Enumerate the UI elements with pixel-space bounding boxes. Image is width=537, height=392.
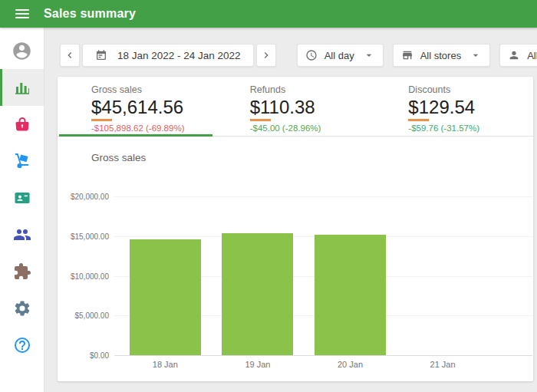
- person-icon: [508, 49, 520, 61]
- app-header: Sales summary: [0, 0, 537, 28]
- metric-label: Refunds: [250, 84, 375, 95]
- bar-19-jan: [222, 233, 293, 355]
- metric-delta: -$105,898.62 (-69.89%): [91, 124, 216, 133]
- sidebar-item-account[interactable]: [0, 32, 44, 69]
- sales-summary-card: Gross sales $45,614.56 -$105,898.62 (-69…: [58, 77, 533, 381]
- accent-underline: [408, 119, 429, 121]
- metric-delta: -$59.76 (-31.57%): [408, 124, 533, 133]
- sidebar-item-inventory[interactable]: [0, 143, 44, 180]
- gridline: [114, 196, 532, 197]
- x-tick-label: 21 Jan: [397, 360, 489, 369]
- chevron-right-icon: [260, 49, 272, 61]
- sidebar: [0, 28, 44, 392]
- settings-icon: [13, 299, 31, 318]
- y-tick-label: $5,000.00: [75, 311, 110, 320]
- store-filter-dropdown[interactable]: All stores: [393, 44, 490, 67]
- x-tick-label: 20 Jan: [304, 360, 397, 369]
- sidebar-item-items[interactable]: [0, 106, 44, 143]
- previous-period-button[interactable]: [60, 44, 80, 67]
- metric-delta: -$45.00 (-28.96%): [250, 124, 375, 133]
- metric-value: $129.54: [408, 97, 533, 117]
- y-tick-label: $20,000.00: [71, 193, 109, 201]
- y-tick-label: $15,000.00: [71, 232, 109, 241]
- inventory-icon: [13, 152, 31, 170]
- reports-icon: [13, 78, 31, 97]
- date-range-button[interactable]: 18 Jan 2022 - 24 Jan 2022: [82, 44, 254, 67]
- sidebar-item-employees[interactable]: [0, 216, 44, 253]
- apps-icon: [13, 262, 31, 281]
- bar-20-jan: [315, 235, 386, 355]
- x-tick-label: 18 Jan: [119, 360, 212, 369]
- hamburger-icon: [15, 9, 29, 18]
- sidebar-item-reports[interactable]: [0, 69, 44, 106]
- x-tick-label: 19 Jan: [212, 360, 305, 369]
- time-filter-dropdown[interactable]: All day: [297, 44, 384, 67]
- caret-down-icon: [363, 49, 375, 61]
- sidebar-item-help[interactable]: [0, 327, 44, 364]
- main-content: 18 Jan 2022 - 24 Jan 2022 All day All st…: [44, 28, 537, 392]
- metric-value: $45,614.56: [91, 97, 216, 117]
- bar-18-jan: [130, 239, 201, 355]
- caret-down-icon: [469, 49, 482, 61]
- metric-label: Gross sales: [91, 84, 216, 95]
- tab-discounts[interactable]: Discounts $129.54 -$59.76 (-31.57%): [374, 77, 533, 136]
- date-range-label: 18 Jan 2022 - 24 Jan 2022: [117, 50, 241, 61]
- calendar-icon: [95, 49, 107, 61]
- filter-bar: 18 Jan 2022 - 24 Jan 2022 All day All st…: [44, 28, 537, 67]
- sidebar-item-settings[interactable]: [0, 290, 44, 327]
- metric-tabs: Gross sales $45,614.56 -$105,898.62 (-69…: [58, 77, 533, 137]
- accent-underline: [250, 119, 271, 121]
- tab-refunds[interactable]: Refunds $110.38 -$45.00 (-28.96%): [216, 77, 375, 136]
- accent-underline: [91, 119, 112, 121]
- items-icon: [13, 115, 31, 133]
- next-period-button[interactable]: [256, 44, 276, 67]
- employee-filter-dropdown[interactable]: All employees: [499, 44, 537, 67]
- bar-plot: [119, 196, 525, 355]
- store-icon: [401, 49, 413, 61]
- time-filter-label: All day: [325, 50, 354, 61]
- account-icon: [12, 41, 32, 61]
- clock-icon: [305, 49, 318, 61]
- y-tick-label: $0.00: [90, 351, 109, 360]
- y-tick-label: $10,000.00: [71, 272, 109, 281]
- metric-value: $110.38: [250, 97, 375, 117]
- sidebar-item-customers[interactable]: [0, 180, 44, 216]
- sidebar-item-apps[interactable]: [0, 253, 44, 290]
- page-title: Sales summary: [44, 7, 136, 21]
- date-range-group: 18 Jan 2022 - 24 Jan 2022: [60, 44, 276, 67]
- x-axis: 18 Jan19 Jan20 Jan21 Jan: [119, 360, 525, 372]
- employee-filter-label: All employees: [527, 50, 537, 61]
- chevron-left-icon: [64, 49, 76, 61]
- chart-area: Gross sales $20,000.00$15,000.00$10,000.…: [58, 137, 533, 380]
- tab-gross-sales[interactable]: Gross sales $45,614.56 -$105,898.62 (-69…: [58, 77, 216, 136]
- metric-label: Discounts: [408, 84, 533, 95]
- help-icon: [13, 336, 31, 354]
- menu-button[interactable]: [0, 9, 44, 18]
- y-axis: $20,000.00$15,000.00$10,000.00$5,000.00$…: [58, 196, 111, 355]
- customers-icon: [13, 189, 31, 207]
- store-filter-label: All stores: [420, 50, 461, 61]
- chart-title: Gross sales: [91, 152, 146, 163]
- x-axis-line: [114, 355, 532, 356]
- employees-icon: [13, 226, 31, 244]
